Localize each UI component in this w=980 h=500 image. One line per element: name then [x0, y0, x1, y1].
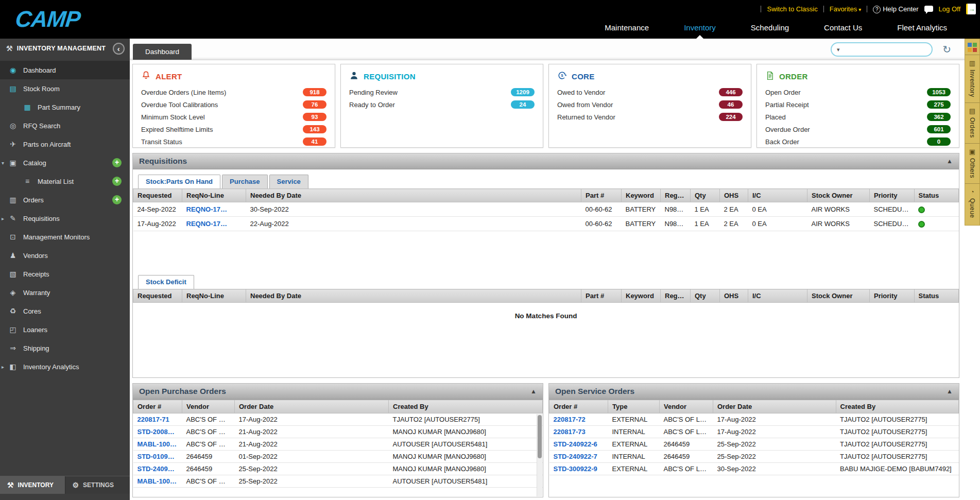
order-metric-row[interactable]: Open Order 1053	[765, 86, 951, 98]
order-number-link[interactable]: 220817-72	[549, 413, 608, 426]
column-header[interactable]: Status	[914, 189, 959, 202]
column-header[interactable]: Keyword	[622, 189, 661, 202]
column-header[interactable]: Qty	[691, 289, 720, 303]
column-header[interactable]: RegNo #	[661, 289, 691, 303]
requisition-metric-row[interactable]: Ready to Order 24	[349, 98, 535, 111]
collapse-icon[interactable]: ▲	[530, 388, 537, 395]
alert-metric-row[interactable]: Overdue Tool Calibrations 76	[141, 98, 326, 111]
expander-open-icon[interactable]: ▾	[2, 160, 4, 166]
column-header[interactable]: Requested	[133, 189, 182, 202]
log-off-icon[interactable]: →	[966, 4, 976, 14]
column-header[interactable]: I/C	[748, 189, 807, 202]
column-header[interactable]: Needed By Date	[246, 289, 581, 303]
alert-metric-row[interactable]: Transit Status 41	[141, 135, 326, 148]
apps-icon[interactable]	[968, 43, 977, 52]
dock-tab-orders[interactable]: ▤ Orders	[965, 102, 979, 143]
refresh-icon[interactable]: ↻	[942, 43, 951, 56]
column-header[interactable]: Order #	[549, 400, 608, 413]
camp-logo[interactable]: CAMP	[14, 6, 81, 32]
section-header[interactable]: Open Purchase Orders ▲	[133, 384, 543, 400]
sidebar-item-shipping[interactable]: ⇒ Shipping	[0, 339, 130, 357]
alert-metric-row[interactable]: Minimum Stock Level 93	[141, 111, 326, 123]
sidebar-item-management-monitors[interactable]: ⊡ Management Monitors	[0, 228, 130, 246]
tab-stock-parts-on-hand[interactable]: Stock:Parts On Hand	[138, 175, 220, 188]
column-header[interactable]: I/C	[748, 289, 807, 303]
scrollbar-thumb[interactable]	[538, 415, 542, 458]
sidebar-collapse-button[interactable]: ‹	[113, 43, 125, 55]
order-number-link[interactable]: STD-010922-1	[133, 451, 182, 463]
column-header[interactable]: Priority	[870, 289, 915, 303]
switch-to-classic-link[interactable]: Switch to Classic	[767, 5, 817, 13]
dock-tab-others[interactable]: ▣ Others	[965, 143, 979, 183]
order-number-link[interactable]: 220817-71	[133, 413, 182, 426]
sidebar-item-dashboard[interactable]: ◉ Dashboard	[0, 61, 130, 79]
order-number-link[interactable]: STD-300922-9	[549, 463, 608, 475]
column-header[interactable]: Created By	[389, 400, 543, 413]
nav-maintenance[interactable]: Maintenance	[587, 17, 666, 39]
sidebar-item-catalog[interactable]: ▾ ▣ Catalog +	[0, 153, 130, 172]
chat-icon[interactable]	[924, 6, 933, 12]
reqno-link[interactable]: REQNO-17…	[182, 202, 246, 217]
column-header[interactable]: Order Date	[713, 400, 836, 413]
tab-purchase[interactable]: Purchase	[222, 175, 268, 188]
order-number-link[interactable]: STD-200822-2	[133, 426, 182, 438]
section-header[interactable]: Open Service Orders ▲	[549, 384, 959, 400]
column-header[interactable]: Requested	[133, 289, 182, 303]
section-header[interactable]: Requisitions ▲	[133, 153, 959, 169]
dock-tab-queue[interactable]: ◔ Queue	[965, 183, 979, 223]
column-header[interactable]: Type	[608, 400, 660, 413]
column-header[interactable]: Stock Owner	[807, 189, 870, 202]
column-header[interactable]: Status	[914, 289, 959, 303]
expander-closed-icon[interactable]: ▸	[2, 216, 4, 221]
nav-fleet-analytics[interactable]: Fleet Analytics	[880, 17, 965, 39]
column-header[interactable]: Vendor	[660, 400, 713, 413]
order-number-link[interactable]: MABL-1001…	[133, 438, 182, 451]
sidebar-item-material-list[interactable]: ≡ Material List +	[0, 172, 130, 191]
column-header[interactable]: Vendor	[182, 400, 235, 413]
tab-service[interactable]: Service	[269, 175, 308, 188]
core-metric-row[interactable]: Returned to Vendor 224	[557, 111, 743, 123]
column-header[interactable]: Needed By Date	[246, 189, 581, 202]
sidebar-item-receipts[interactable]: ▧ Receipts	[0, 265, 130, 283]
column-header[interactable]: OHS	[720, 289, 748, 303]
dock-tab-inventory[interactable]: ▥ Inventory	[965, 55, 979, 102]
sidebar-item-loaners[interactable]: ◰ Loaners	[0, 320, 130, 339]
core-metric-row[interactable]: Owed from Vendor 46	[557, 98, 743, 111]
sidebar-item-requisitions[interactable]: ▸ ✎ Requisitions	[0, 209, 130, 228]
column-header[interactable]: Priority	[870, 189, 915, 202]
column-header[interactable]: Order Date	[235, 400, 389, 413]
sidebar-item-cores[interactable]: ♻ Cores	[0, 302, 130, 320]
alert-metric-row[interactable]: Overdue Orders (Line Items) 918	[141, 86, 326, 98]
column-header[interactable]: Part #	[581, 289, 622, 303]
column-header[interactable]: Keyword	[622, 289, 661, 303]
nav-inventory[interactable]: Inventory	[666, 17, 733, 39]
order-number-link[interactable]: STD-240922-6	[549, 438, 608, 451]
column-header[interactable]: Stock Owner	[807, 289, 870, 303]
sidebar-item-stock-room[interactable]: ▤ Stock Room	[0, 79, 130, 98]
add-order-button[interactable]: +	[112, 195, 122, 204]
chevron-down-icon[interactable]: ▾	[837, 46, 840, 53]
help-center-link[interactable]: ?Help Center	[873, 5, 918, 13]
footer-inventory-button[interactable]: ⚒ INVENTORY	[0, 476, 65, 494]
sidebar-item-inventory-analytics[interactable]: ▸ ◧ Inventory Analytics	[0, 357, 130, 376]
sidebar-item-orders[interactable]: ▥ Orders +	[0, 191, 130, 209]
order-number-link[interactable]: MABL-1001…	[133, 475, 182, 488]
column-header[interactable]: Created By	[836, 400, 959, 413]
column-header[interactable]: OHS	[720, 189, 748, 202]
column-header[interactable]: ReqNo-Line	[182, 289, 246, 303]
sidebar-item-parts-on-aircraft[interactable]: ✈ Parts on Aircraft	[0, 135, 130, 153]
sidebar-item-part-summary[interactable]: ▦ Part Summary	[0, 98, 130, 116]
order-metric-row[interactable]: Overdue Order 601	[765, 123, 951, 135]
order-number-link[interactable]: STD-240922-2	[133, 463, 182, 475]
order-number-link[interactable]: STD-240922-7	[549, 451, 608, 463]
order-number-link[interactable]: 220817-73	[549, 426, 608, 438]
order-metric-row[interactable]: Partial Receipt 275	[765, 98, 951, 111]
tab-dashboard[interactable]: Dashboard	[133, 44, 192, 60]
column-header[interactable]: Order #	[133, 400, 182, 413]
alert-metric-row[interactable]: Expired Shelftime Limits 143	[141, 123, 326, 135]
nav-contact-us[interactable]: Contact Us	[806, 17, 880, 39]
scrollbar-track[interactable]	[537, 414, 542, 496]
footer-settings-button[interactable]: ⚙ SETTINGS	[65, 476, 130, 494]
core-metric-row[interactable]: Owed to Vendor 446	[557, 86, 743, 98]
nav-scheduling[interactable]: Scheduling	[733, 17, 806, 39]
